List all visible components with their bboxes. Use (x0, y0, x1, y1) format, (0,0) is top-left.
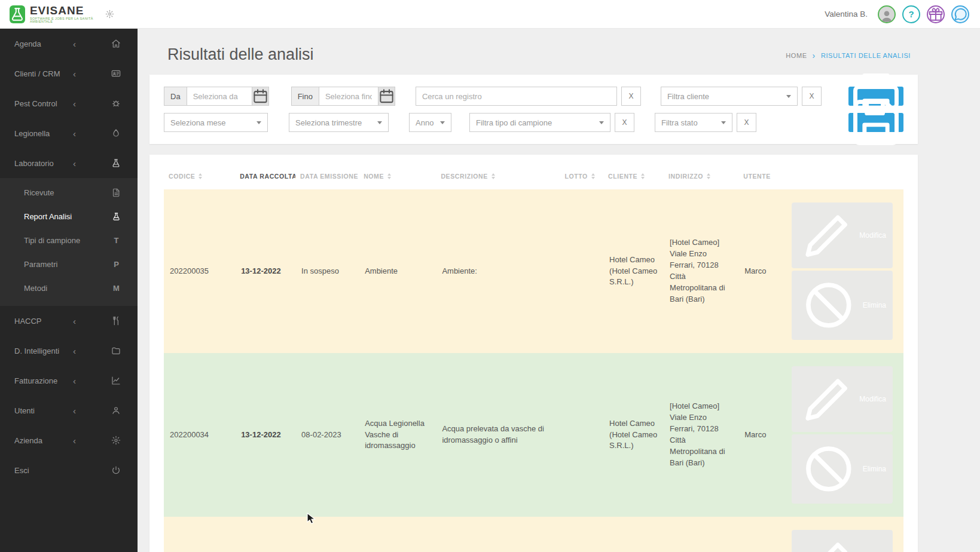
cell-cliente: Hotel Cameo (Hotel Cameo S.R.L.) (603, 517, 664, 552)
column-header-indirizzo[interactable]: INDIRIZZO (664, 165, 738, 189)
filter-tipo-campione-select[interactable]: Filtra tipo di campione (469, 113, 610, 132)
folder-icon (111, 346, 121, 355)
caret-down-icon (257, 121, 261, 124)
cell-indirizzo: [Hotel Cameo] Viale Enzo Ferrari, 70128 … (664, 353, 738, 517)
cell-nome: Acqua Legionella Vasche di idromassaggio (359, 353, 436, 517)
clear-tipo-campione-button[interactable]: X (615, 113, 634, 132)
cell-codice: 202200034 (164, 353, 235, 517)
sidebar-item-esci[interactable]: Esci (0, 455, 138, 485)
chat-button[interactable] (951, 5, 969, 23)
sidebar-item-haccp[interactable]: HACCP ‹ (0, 306, 138, 336)
cell-cliente: Hotel Cameo (Hotel Cameo S.R.L.) (603, 353, 664, 517)
column-header-cliente[interactable]: CLIENTE (603, 165, 664, 189)
main-content: Risultati delle analisi HOME › RISULTATI… (138, 0, 980, 552)
chevron-left-icon: ‹ (73, 69, 76, 79)
results-table: CODICE DATA RACCOLTA DATA EMISSIONE NOME… (164, 165, 903, 552)
power-icon (111, 465, 121, 475)
delete-button[interactable]: Elimina (792, 271, 893, 340)
cell-actions: ModificaElimina (786, 189, 903, 353)
cell-codice: 202200035 (164, 189, 235, 353)
sidebar-item-laboratorio[interactable]: Laboratorio ‹ (0, 148, 138, 178)
date-to-label: Fino (291, 87, 319, 106)
column-header-data-emissione[interactable]: DATA EMISSIONE (295, 165, 359, 189)
brand-tagline: SOFTWARE E JOBS PER LA SANITÀ AMBIENTALE (30, 17, 105, 24)
clear-stato-button[interactable]: X (737, 113, 756, 132)
edit-button[interactable]: Modifica (792, 530, 893, 552)
sidebar-item-label: Pest Control (14, 99, 73, 108)
sidebar-item-report-analisi[interactable]: Report Analisi (0, 204, 138, 228)
flask-icon (112, 212, 121, 221)
table-row: 202200035 13-12-2022 In sospeso Ambiente… (164, 189, 903, 353)
sidebar-item-label: Ricevute (24, 188, 112, 197)
sidebar-item-fatturazione[interactable]: Fatturazione ‹ (0, 366, 138, 395)
sidebar-item-clienti-crm[interactable]: Clienti / CRM ‹ (0, 59, 138, 88)
evisane-logo-icon (10, 5, 25, 23)
laboratorio-submenu: Ricevute Report Analisi Tipi di campione… (0, 178, 138, 306)
edit-button[interactable]: Modifica (792, 366, 893, 432)
sidebar-item-label: HACCP (14, 317, 73, 326)
filter-anno-select[interactable]: Anno (409, 113, 451, 132)
cell-data-emissione: 08-02-2023 (295, 353, 359, 517)
sidebar-item-tipi-di-campione[interactable]: Tipi di campione T (0, 228, 138, 252)
column-header-codice[interactable]: CODICE (164, 165, 235, 189)
sidebar-item-utenti[interactable]: Utenti ‹ (0, 395, 138, 425)
sidebar-item-parametri[interactable]: Parametri P (0, 252, 138, 276)
question-icon: ? (908, 9, 914, 19)
chevron-left-icon: ‹ (73, 436, 76, 446)
date-from-input[interactable] (187, 87, 252, 106)
calendar-icon[interactable] (252, 87, 269, 106)
settings-gear-icon[interactable] (105, 10, 114, 19)
column-header-utente[interactable]: UTENTE (738, 165, 786, 189)
bug-icon (111, 99, 121, 108)
help-button[interactable]: ? (902, 5, 920, 23)
sidebar-item-azienda[interactable]: Azienda ‹ (0, 425, 138, 455)
search-input[interactable] (416, 87, 617, 106)
gift-button[interactable] (927, 5, 945, 23)
pencil-icon (798, 207, 856, 264)
sidebar-item-metodi[interactable]: Metodi M (0, 276, 138, 300)
caret-down-icon (786, 95, 791, 98)
cell-data-emissione: In sospeso (295, 517, 359, 552)
column-header-data-raccolta[interactable]: DATA RACCOLTA (235, 165, 295, 189)
sidebar-item-agenda[interactable]: Agenda ‹ (0, 29, 138, 59)
sidebar-item-label: Report Analisi (24, 212, 112, 221)
filter-cliente-select[interactable]: Filtra cliente (661, 87, 798, 106)
sort-icon (199, 173, 202, 179)
letter-m-icon: M (112, 284, 121, 293)
brand[interactable]: EVISANE SOFTWARE E JOBS PER LA SANITÀ AM… (0, 5, 105, 24)
filter-tipo-campione-value: Filtra tipo di campione (476, 118, 552, 127)
clear-search-button[interactable]: X (621, 87, 641, 106)
id-card-icon (111, 69, 121, 78)
clear-cliente-button[interactable]: X (802, 87, 822, 106)
filter-stato-select[interactable]: Filtra stato (655, 113, 732, 132)
chevron-left-icon: ‹ (73, 406, 76, 416)
chevron-left-icon: ‹ (73, 376, 76, 386)
avatar[interactable] (878, 5, 896, 23)
export-button[interactable] (848, 113, 903, 132)
column-header-lotto[interactable]: LOTTO (560, 165, 603, 189)
sort-icon (707, 173, 710, 179)
sidebar-item-ricevute[interactable]: Ricevute (0, 180, 138, 204)
filter-mese-select[interactable]: Seleziona mese (164, 113, 268, 132)
chart-line-icon (111, 376, 121, 385)
sidebar-item-pest-control[interactable]: Pest Control ‹ (0, 88, 138, 118)
utensils-icon (111, 316, 121, 326)
column-header-nome[interactable]: NOME (359, 165, 436, 189)
cell-lotto (560, 353, 603, 517)
cell-utente: Marco (738, 189, 786, 353)
breadcrumb-home-link[interactable]: HOME (786, 52, 807, 59)
sidebar-item-d-intelligenti[interactable]: D. Intelligenti ‹ (0, 336, 138, 366)
sort-icon (387, 173, 391, 179)
date-to-input[interactable] (319, 87, 378, 106)
gear-icon (111, 436, 121, 445)
ban-icon (798, 438, 859, 499)
column-header-descrizione[interactable]: DESCRIZIONE (436, 165, 560, 189)
filter-trimestre-select[interactable]: Seleziona trimestre (289, 113, 389, 132)
delete-button[interactable]: Elimina (792, 434, 893, 504)
save-file-icon (848, 95, 903, 150)
pencil-icon (798, 534, 856, 552)
sidebar-item-legionella[interactable]: Legionella ‹ (0, 118, 138, 148)
topbar: EVISANE SOFTWARE E JOBS PER LA SANITÀ AM… (0, 0, 980, 29)
edit-button[interactable]: Modifica (792, 203, 893, 268)
calendar-icon[interactable] (378, 87, 395, 106)
